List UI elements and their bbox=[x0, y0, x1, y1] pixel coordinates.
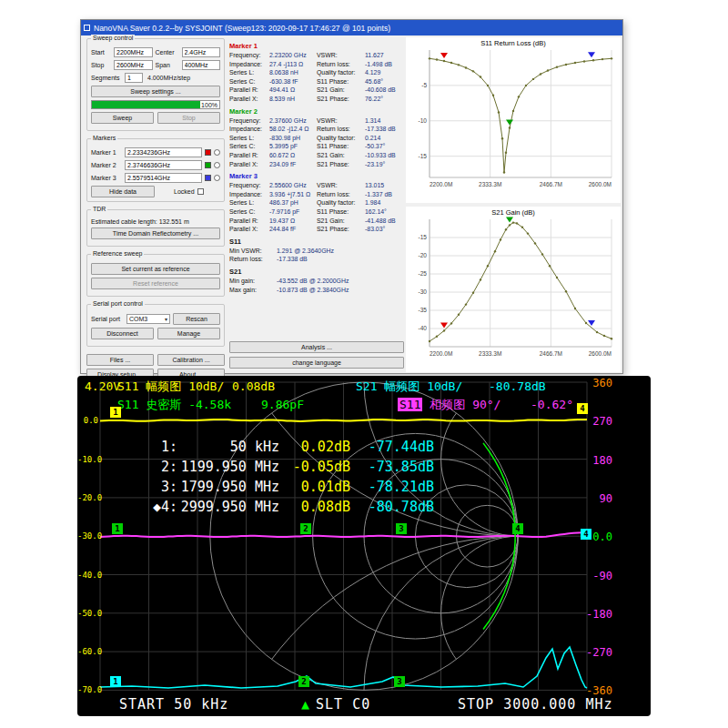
marker3-color-chip[interactable] bbox=[205, 175, 211, 181]
set-reference-button[interactable]: Set current as reference bbox=[91, 263, 220, 275]
center-input[interactable] bbox=[182, 47, 221, 57]
summary-value: -17.338 dB bbox=[277, 255, 308, 264]
detail-label: Return loss: bbox=[317, 60, 365, 69]
detail-label: Series L: bbox=[229, 68, 269, 77]
marker-detail-row: Parallel R:60.672 ΩS21 Gain:-10.933 dB bbox=[229, 151, 404, 160]
step-size-text: 4.000MHz/step bbox=[147, 75, 190, 81]
manage-button[interactable]: Manage bbox=[157, 328, 220, 339]
svg-text:-15: -15 bbox=[419, 234, 428, 240]
left-panel: Sweep control Start Center Stop Span Seg… bbox=[86, 38, 225, 383]
stop-button[interactable]: Stop bbox=[157, 112, 220, 124]
trace2-value: -80.78dB bbox=[489, 379, 546, 393]
marker2-color-chip[interactable] bbox=[205, 162, 211, 168]
svg-text:2333.3M: 2333.3M bbox=[479, 181, 501, 187]
marker-frequency: 1799.950 MHz bbox=[177, 480, 279, 495]
right-scale-label: 180 bbox=[576, 454, 612, 467]
marker3-radio[interactable] bbox=[214, 175, 220, 181]
calibration-button[interactable]: Calibration ... bbox=[157, 354, 225, 366]
tdr-button[interactable]: Time Domain Reflectometry ... bbox=[91, 228, 220, 239]
detail-label: Series C: bbox=[229, 77, 269, 86]
marker-detail-row: Frequency:2.23200 GHzVSWR:11.627 bbox=[229, 51, 404, 60]
tdr-group: TDR Estimated cable length: 132.551 m Ti… bbox=[86, 209, 225, 247]
detail-value: -830.98 pH bbox=[269, 134, 317, 143]
detail-label: S21 Gain: bbox=[317, 86, 365, 95]
detail-value: -23.19° bbox=[365, 160, 404, 169]
files-button[interactable]: Files ... bbox=[86, 354, 154, 366]
marker2-radio[interactable] bbox=[214, 162, 220, 168]
detail-value: 60.672 Ω bbox=[269, 151, 317, 160]
marker-frequency: 1199.950 MHz bbox=[177, 460, 279, 475]
marker1-color-chip[interactable] bbox=[205, 149, 211, 156]
start-input[interactable] bbox=[114, 47, 153, 57]
marker-s11-value: 0.02dB bbox=[279, 440, 350, 455]
sweep-button[interactable]: Sweep bbox=[91, 112, 154, 124]
left-scale-label: -10.0 bbox=[77, 455, 98, 464]
marker-number: 1: bbox=[114, 440, 177, 455]
detail-value: 2.55600 GHz bbox=[269, 181, 317, 190]
detail-label: Parallel X: bbox=[229, 225, 269, 234]
svg-text:-20: -20 bbox=[419, 252, 428, 258]
sweep-settings-button[interactable]: Sweep settings ... bbox=[91, 86, 220, 97]
summary-row: Max gain:-10.873 dB @ 2.3840GHz bbox=[229, 286, 404, 295]
detail-value: -1.498 dB bbox=[365, 60, 404, 69]
nanovna-saver-window: NanoVNA Saver 0.2.2--by SYSJOINT (Sweep1… bbox=[80, 19, 623, 374]
segments-input[interactable] bbox=[125, 73, 143, 83]
disconnect-button[interactable]: Disconnect bbox=[91, 328, 154, 339]
svg-text:2600.0M: 2600.0M bbox=[589, 350, 612, 357]
marker1-radio[interactable] bbox=[214, 149, 220, 156]
start-label: Start bbox=[91, 49, 111, 56]
titlebar[interactable]: NanoVNA Saver 0.2.2--by SYSJOINT (Sweep1… bbox=[81, 20, 622, 35]
analysis-button[interactable]: Analysis ... bbox=[229, 341, 404, 353]
stop-input[interactable] bbox=[114, 60, 153, 70]
sweep-stop-row: Sweep Stop bbox=[91, 112, 220, 124]
trace-marker-tag: 3 bbox=[396, 523, 407, 534]
sweep-control-group: Sweep control Start Center Stop Span Seg… bbox=[86, 38, 225, 131]
marker-detail-row: Parallel X:8.539 nHS21 Phase:76.22° bbox=[229, 95, 404, 104]
detail-label: Quality factor: bbox=[317, 198, 365, 207]
detail-label: S21 Phase: bbox=[317, 160, 365, 169]
serial-port-select[interactable]: COM3 ▾ bbox=[126, 314, 170, 324]
rescan-button[interactable]: Rescan bbox=[173, 313, 220, 325]
files-calibration-row: Files ... Calibration ... bbox=[86, 354, 225, 366]
s21-gain-chart-svg: 2200.0M2333.3M2466.7M2600.0M-15-20-25-30… bbox=[406, 207, 621, 372]
marker1-input[interactable] bbox=[125, 147, 202, 157]
left-scale-label: -60.0 bbox=[77, 647, 98, 656]
summary-value: -10.873 dB @ 2.3840GHz bbox=[277, 286, 349, 295]
screen-marker-row-1: 1: 50 kHz 0.02dB -77.44dB bbox=[114, 440, 434, 455]
hide-data-button[interactable]: Hide data bbox=[91, 186, 155, 197]
marker3-input[interactable] bbox=[125, 173, 202, 183]
marker3-row: Marker 3 bbox=[91, 173, 220, 183]
reset-reference-button[interactable]: Reset reference bbox=[91, 278, 220, 289]
s21-gain-chart[interactable]: 2200.0M2333.3M2466.7M2600.0M-15-20-25-30… bbox=[406, 207, 621, 372]
svg-text:2333.3M: 2333.3M bbox=[479, 350, 501, 357]
detail-label: S21 Gain: bbox=[317, 151, 365, 160]
detail-value: 8.539 nH bbox=[269, 95, 317, 104]
span-input[interactable] bbox=[182, 60, 221, 70]
marker2-input[interactable] bbox=[125, 160, 202, 170]
cal-triangle-icon: ▲ bbox=[301, 696, 310, 713]
markers-group: Markers Marker 1 Marker 2 Marker 3 Hid bbox=[86, 138, 225, 202]
marker1-row: Marker 1 bbox=[91, 147, 220, 157]
svg-text:2200.0M: 2200.0M bbox=[430, 181, 452, 187]
detail-label: Series L: bbox=[229, 198, 269, 207]
s11-return-loss-chart[interactable]: 2200.0M2333.3M2466.7M2600.0M-5-10-15S11 … bbox=[406, 37, 621, 203]
marker-detail-row: Impedance:58.02 -j12.4 ΩReturn loss:-17.… bbox=[229, 125, 404, 134]
start-center-row: Start Center bbox=[91, 47, 220, 57]
detail-label: S11 Phase: bbox=[317, 142, 365, 151]
chevron-down-icon: ▾ bbox=[165, 316, 167, 322]
marker-detail-row: Parallel X:234.09 fFS21 Phase:-23.19° bbox=[229, 160, 404, 169]
span-label: Span bbox=[156, 62, 179, 68]
svg-text:-25: -25 bbox=[419, 270, 428, 277]
change-language-button[interactable]: change language bbox=[229, 357, 404, 369]
marker-detail-row: Parallel R:19.437 ΩS21 Gain:-41.488 dB bbox=[229, 217, 404, 226]
detail-value: 0.214 bbox=[365, 134, 404, 143]
detail-value: 494.41 Ω bbox=[269, 86, 317, 95]
sweep-control-title: Sweep control bbox=[91, 35, 135, 41]
left-scale-label: -30.0 bbox=[77, 531, 98, 541]
svg-text:2200.0M: 2200.0M bbox=[430, 350, 452, 357]
svg-text:S11 Return Loss (dB): S11 Return Loss (dB) bbox=[480, 39, 546, 47]
center-label: Center bbox=[156, 49, 179, 56]
marker-detail-row: Series C:-7.9716 pFS11 Phase:162.14° bbox=[229, 207, 404, 217]
locked-checkbox[interactable] bbox=[197, 188, 204, 195]
right-scale-label: -270 bbox=[576, 646, 612, 659]
